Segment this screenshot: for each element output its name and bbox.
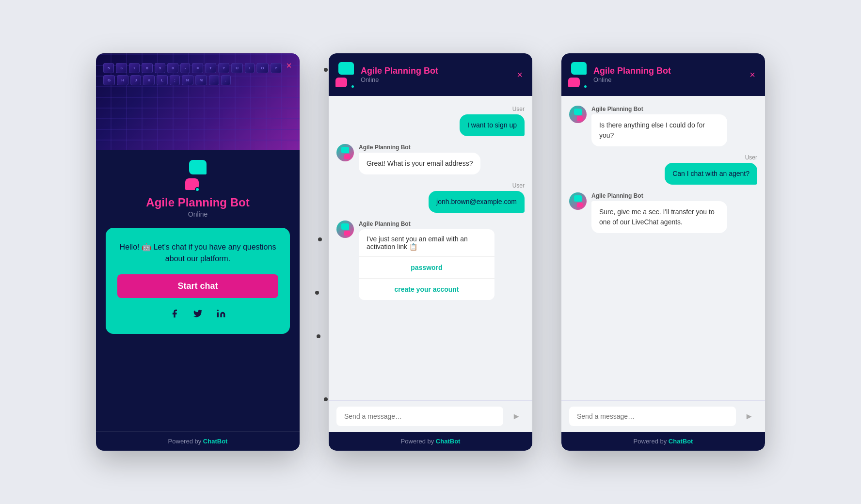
avatar-bubble-right — [577, 116, 583, 121]
header-bot-logo — [338, 62, 354, 87]
chatbot-link[interactable]: ChatBot — [203, 438, 228, 445]
key: G — [103, 75, 115, 85]
chat-bubble-right-icon — [185, 178, 199, 190]
key: L — [157, 75, 168, 85]
avatar-bubble-left — [574, 109, 582, 115]
user-bubble: Can I chat with an agent? — [665, 163, 757, 185]
avatar-bubble-left — [574, 195, 582, 202]
key: - — [180, 63, 191, 73]
user-bubble: I want to sign up — [460, 114, 525, 136]
bot-name-label: Agile Planning Bot — [359, 220, 494, 227]
powered-footer: Powered by ChatBot — [329, 432, 532, 451]
facebook-icon[interactable] — [168, 307, 181, 320]
header-info: Agile Planning Bot Online — [361, 66, 510, 83]
action-card-header: I've just sent you an email with an acti… — [359, 229, 494, 257]
key: 8 — [142, 63, 152, 73]
message-row: Agile Planning Bot I've just sent you an… — [336, 220, 525, 300]
message-input[interactable] — [569, 407, 736, 426]
chat-bubble-left-icon — [189, 160, 207, 174]
powered-text: Powered by — [634, 438, 669, 445]
key: 7 — [129, 63, 140, 73]
avatar-bubble-right — [344, 154, 350, 159]
greeting-box: Hello! 🤖 Let's chat if you have any ques… — [106, 228, 290, 334]
powered-footer: Powered by ChatBot — [561, 432, 765, 451]
header-close-icon[interactable]: × — [517, 69, 523, 80]
chat-footer: ► — [561, 400, 765, 432]
start-chat-button[interactable]: Start chat — [117, 274, 278, 298]
linkedin-icon[interactable] — [214, 307, 228, 320]
header-bubble-left — [571, 62, 587, 75]
header-bot-name: Agile Planning Bot — [593, 66, 743, 76]
chatbot-link[interactable]: ChatBot — [436, 438, 461, 445]
bot-bubble: Sure, give me a sec. I'll transfer you t… — [591, 201, 727, 233]
social-icons — [117, 307, 278, 320]
bot-bubble: Is there anything else I could do for yo… — [591, 114, 727, 146]
key: Y — [218, 63, 229, 73]
header-bubble-right — [335, 78, 347, 87]
message-row: User I want to sign up — [336, 106, 525, 136]
twitter-icon[interactable] — [191, 307, 205, 320]
avatar-bubble-left — [341, 147, 349, 153]
bot-message-group: Agile Planning Bot Is there anything els… — [591, 106, 727, 146]
widget-chat-agent: Agile Planning Bot Online × Agile Planni… — [561, 53, 765, 451]
bot-name: Agile Planning Bot — [146, 196, 249, 209]
key: O — [256, 63, 268, 73]
greeting-text: Hello! 🤖 Let's chat if you have any ques… — [117, 241, 278, 265]
action-create-account-button[interactable]: create your account — [359, 279, 494, 300]
avatar-bubble-right — [344, 231, 350, 236]
chat-body: Agile Planning Bot Is there anything els… — [561, 96, 765, 400]
bot-bubble: Great! What is your email address? — [359, 153, 480, 174]
message-row: Agile Planning Bot Is there anything els… — [569, 106, 757, 146]
action-card: I've just sent you an email with an acti… — [359, 229, 494, 300]
avatar-bubble-left — [341, 223, 349, 230]
bot-message-group: Agile Planning Bot Great! What is your e… — [359, 144, 480, 174]
send-button[interactable]: ► — [508, 410, 525, 424]
message-sender: User — [745, 154, 757, 161]
message-row: User jonh.brown@example.com — [336, 182, 525, 213]
close-icon[interactable]: × — [286, 60, 292, 71]
chat-header: Agile Planning Bot Online × — [561, 53, 765, 96]
key: . — [221, 75, 231, 85]
chat-header: Agile Planning Bot Online × — [329, 53, 532, 96]
chatbot-link[interactable]: ChatBot — [669, 438, 693, 445]
bot-message-group: Agile Planning Bot Sure, give me a sec. … — [591, 192, 727, 233]
chat-footer: ► — [329, 400, 532, 432]
key: 0 — [167, 63, 178, 73]
keyboard-background: 5 6 7 8 9 0 - = T Y U I O P G H J K L ; — [96, 53, 300, 150]
key: J — [130, 75, 141, 85]
powered-text: Powered by — [168, 438, 203, 445]
header-online-dot — [583, 84, 588, 89]
key: 9 — [155, 63, 165, 73]
bot-status: Online — [188, 210, 207, 218]
message-row: User Can I chat with an agent? — [569, 154, 757, 185]
header-status: Online — [361, 76, 510, 83]
key: ; — [170, 75, 180, 85]
header-bot-logo — [571, 62, 587, 87]
key: T — [205, 63, 216, 73]
user-bubble: jonh.brown@example.com — [429, 191, 525, 213]
header-bubble-right — [568, 78, 580, 87]
bot-name-label: Agile Planning Bot — [591, 192, 727, 199]
header-info: Agile Planning Bot Online — [593, 66, 743, 83]
header-status: Online — [593, 76, 743, 83]
header-online-dot — [351, 84, 355, 89]
header-close-icon[interactable]: × — [749, 69, 755, 80]
powered-bar: Powered by ChatBot — [96, 431, 300, 451]
key: K — [143, 75, 155, 85]
bot-logo — [189, 160, 207, 190]
key: I — [245, 63, 255, 73]
key: , — [209, 75, 219, 85]
key: H — [117, 75, 128, 85]
key: 5 — [103, 63, 114, 73]
powered-text: Powered by — [401, 438, 436, 445]
bot-avatar — [336, 144, 354, 161]
hero-banner: 5 6 7 8 9 0 - = T Y U I O P G H J K L ; — [96, 53, 300, 150]
action-password-button[interactable]: password — [359, 257, 494, 279]
widget-landing: 5 6 7 8 9 0 - = T Y U I O P G H J K L ; — [96, 53, 300, 451]
bot-avatar — [569, 192, 587, 210]
key: N — [182, 75, 193, 85]
widget-chat-signup: Agile Planning Bot Online × User I want … — [329, 53, 532, 451]
key: 6 — [116, 63, 127, 73]
send-button[interactable]: ► — [741, 410, 757, 424]
message-input[interactable] — [336, 407, 503, 426]
